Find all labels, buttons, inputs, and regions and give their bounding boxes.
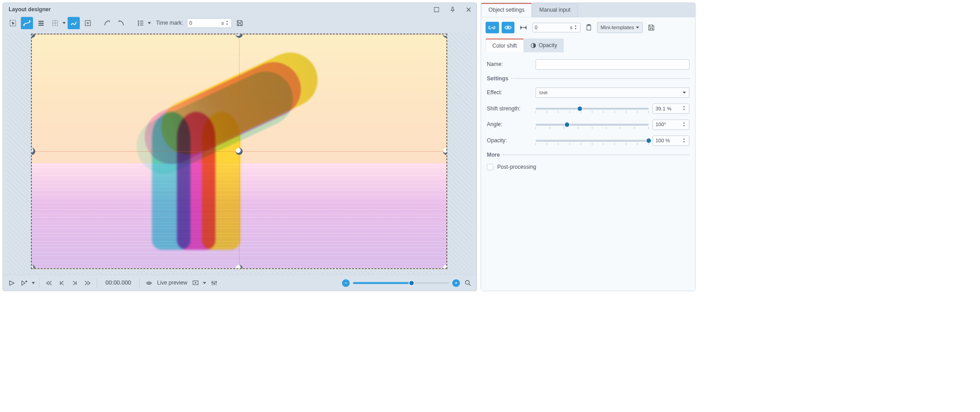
svg-rect-6 (39, 25, 44, 26)
canvas[interactable] (7, 32, 473, 275)
mini-templates-dropdown[interactable]: Mini-templates (597, 22, 643, 33)
handle-tc[interactable] (236, 34, 243, 38)
save-button[interactable] (234, 17, 246, 29)
svg-rect-4 (39, 21, 44, 22)
preview-dropdown[interactable] (203, 282, 206, 284)
selection-tool[interactable] (7, 17, 19, 29)
tab-color-shift[interactable]: Color shift (486, 39, 524, 53)
rt-down[interactable]: ▼ (574, 28, 578, 31)
svg-rect-11 (140, 23, 143, 23)
opacity-label: Opacity: (487, 137, 532, 144)
effect-label: Effect: (487, 89, 532, 96)
panel-title: Layout designer (9, 6, 51, 13)
pen-tool-2[interactable] (115, 17, 127, 29)
name-label: Name: (487, 61, 532, 67)
post-processing-checkbox[interactable] (487, 164, 493, 170)
playback-bar: 00:00.000 Live preview − + (3, 275, 477, 291)
zoom-slider[interactable] (353, 282, 449, 284)
svg-point-8 (138, 21, 139, 22)
properties-panel: Object settings Manual input 0 s ▲▼ Mini… (481, 3, 696, 291)
play-button[interactable] (7, 278, 16, 288)
timecode: 00:00.000 (105, 280, 131, 286)
handle-bc[interactable] (236, 265, 243, 269)
svg-rect-17 (211, 282, 213, 283)
fit-tool[interactable] (82, 17, 94, 29)
grid-tool[interactable] (49, 17, 61, 29)
handle-center[interactable] (236, 148, 243, 155)
right-time-input[interactable]: 0 s ▲▼ (532, 23, 580, 32)
tab-object-settings[interactable]: Object settings (481, 3, 532, 17)
layout-designer-panel: Layout designer Time mark: 0 (3, 3, 477, 291)
grid-dropdown[interactable] (62, 22, 66, 24)
svg-point-3 (29, 20, 31, 22)
opacity-value[interactable]: 100 % ▲▼ (652, 136, 689, 146)
svg-rect-19 (215, 281, 217, 282)
list-tool[interactable] (134, 17, 146, 29)
shift-strength-label: Shift strength: (487, 105, 532, 112)
svg-rect-0 (434, 7, 439, 12)
svg-point-12 (138, 24, 139, 26)
shift-strength-value[interactable]: 39.1 % ▲▼ (652, 104, 689, 114)
time-mark-label: Time mark: (156, 20, 183, 26)
opacity-icon (530, 43, 536, 48)
time-mark-input[interactable]: 0 s ▲▼ (187, 18, 232, 28)
figure-yellow (202, 112, 241, 250)
next-frame-button[interactable] (70, 278, 79, 288)
shift-strength-slider[interactable] (536, 108, 649, 110)
visibility-button[interactable] (502, 22, 515, 34)
handle-tr[interactable] (443, 34, 447, 38)
zoom-out-button[interactable]: − (342, 279, 350, 287)
save-template-button[interactable] (645, 22, 657, 34)
svg-rect-9 (140, 21, 143, 21)
more-heading: More (487, 152, 689, 158)
width-button[interactable] (517, 22, 530, 34)
time-down[interactable]: ▼ (226, 23, 230, 26)
rewind-button[interactable] (44, 278, 54, 288)
zoom-thumb[interactable] (409, 280, 415, 286)
prev-frame-button[interactable] (57, 278, 66, 288)
link-button[interactable] (486, 22, 499, 34)
svg-point-21 (507, 26, 509, 28)
zoom-fit-button[interactable] (463, 278, 472, 288)
path-tool[interactable] (68, 17, 80, 29)
close-button[interactable] (465, 6, 472, 13)
zoom-in-button[interactable]: + (452, 279, 460, 287)
opacity-slider[interactable] (536, 140, 649, 141)
handle-mr[interactable] (443, 148, 447, 155)
angle-label: Angle: (487, 122, 532, 128)
chevron-down-icon (682, 92, 686, 93)
tab-opacity[interactable]: Opacity (524, 39, 564, 53)
svg-point-20 (465, 281, 469, 285)
tab-manual-input[interactable]: Manual input (532, 4, 578, 17)
live-preview-icon[interactable] (144, 278, 153, 288)
forward-button[interactable] (83, 278, 92, 288)
selected-object[interactable] (31, 34, 447, 269)
bezier-tool[interactable] (21, 17, 33, 29)
handle-tl[interactable] (31, 34, 35, 38)
sub-tabs: Color shift Opacity (486, 39, 691, 53)
svg-point-10 (138, 22, 139, 24)
align-tool[interactable] (35, 17, 47, 29)
svg-point-14 (26, 281, 27, 282)
toolbar: Time mark: 0 s ▲▼ (3, 15, 477, 31)
effect-select[interactable]: Shift (536, 88, 690, 98)
angle-value[interactable]: 100° ▲▼ (652, 119, 689, 130)
svg-point-15 (148, 282, 150, 284)
preview-screen-button[interactable] (191, 278, 200, 288)
handle-br[interactable] (443, 265, 447, 269)
handle-ml[interactable] (31, 148, 35, 155)
name-input[interactable] (536, 59, 690, 70)
pin-button[interactable] (449, 6, 456, 13)
chevron-down-icon (636, 26, 639, 28)
right-toolbar: 0 s ▲▼ Mini-templates (486, 22, 691, 34)
angle-slider[interactable] (536, 124, 649, 126)
pen-tool-1[interactable] (101, 17, 113, 29)
list-dropdown[interactable] (148, 22, 151, 24)
maximize-button[interactable] (433, 6, 440, 13)
settings-icon[interactable] (209, 278, 219, 288)
play-from-button[interactable] (20, 278, 29, 288)
svg-rect-18 (213, 283, 214, 284)
post-processing-label: Post-processing (497, 164, 536, 170)
play-dropdown[interactable] (32, 282, 35, 284)
clipboard-button[interactable] (583, 22, 595, 34)
